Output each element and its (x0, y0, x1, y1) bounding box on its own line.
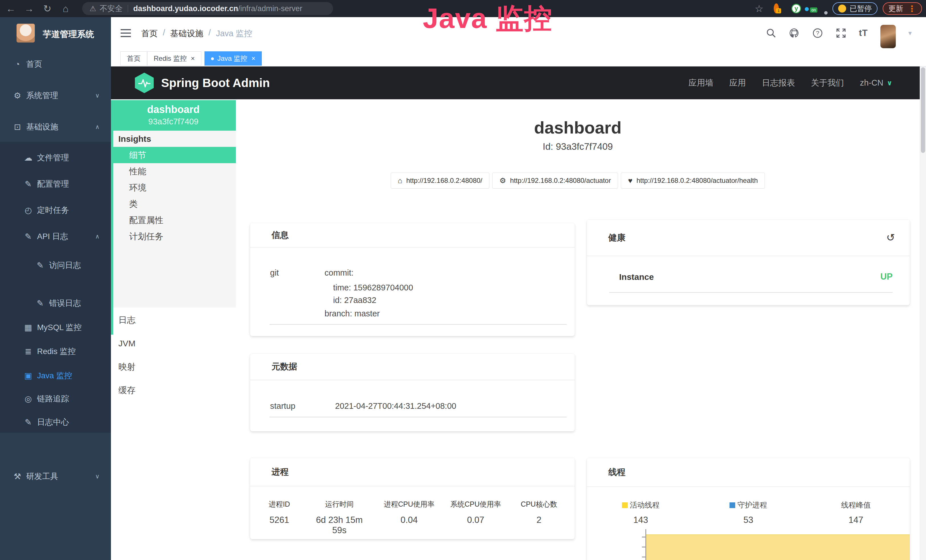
metadata-card-title: 元数据 (250, 354, 575, 380)
sidebar-item-config[interactable]: ✎ 配置管理 (0, 174, 111, 194)
sba-menu-details[interactable]: 细节 (111, 147, 236, 163)
instance-id-label: Id: 93a3fc7f7409 (236, 141, 920, 152)
metadata-startup-label: startup (270, 401, 295, 411)
close-icon[interactable]: × (251, 54, 255, 62)
process-card: 进程 进程ID 运行时间 进程CPU使用率 系统CPU使用率 CPU核心数 52… (250, 458, 575, 539)
java-monitor-icon: ▣ (22, 366, 34, 386)
annotation-text: Java 监控 (408, 0, 567, 38)
metadata-startup-value: 2021-04-27T00:44:31.254+08:00 (335, 401, 456, 411)
sidebar-item-api-logs[interactable]: ✎ API 日志 ∧ (0, 227, 111, 247)
sba-menu-classes[interactable]: 类 (111, 196, 236, 212)
font-size-icon[interactable]: tT (859, 28, 868, 38)
sidebar-item-system[interactable]: ⚙ 系统管理 ∨ (0, 86, 111, 106)
sba-menu-performance[interactable]: 性能 (111, 163, 236, 179)
breadcrumb-separator: / (209, 28, 211, 39)
svg-text:?: ? (816, 30, 819, 36)
tab-java-monitor[interactable]: Java 监控× (204, 51, 262, 66)
sba-menu-config-props[interactable]: 配置属性 (111, 212, 236, 228)
sidebar-item-dev-tools[interactable]: ⚒ 研发工具 ∨ (0, 466, 111, 486)
sidebar-item-redis-monitor[interactable]: ≣ Redis 监控 (0, 342, 111, 362)
sba-menu-jvm[interactable]: JVM (111, 332, 236, 355)
sidebar-item-infra[interactable]: ⊡ 基础设施 ∧ (0, 117, 111, 137)
browser-reload-icon[interactable]: ↻ (41, 3, 54, 14)
breadcrumb-infra[interactable]: 基础设施 (170, 28, 203, 39)
live-threads-area (646, 534, 910, 560)
hamburger-icon[interactable] (121, 29, 131, 37)
sidebar-item-error-logs[interactable]: ✎ 错误日志 (0, 293, 111, 313)
sba-instance-header[interactable]: dashboard 93a3fc7f7409 (111, 100, 236, 131)
health-card-title: 健康 ↺ (587, 219, 910, 256)
gear-icon: ⚙ (11, 86, 23, 106)
scrollbar-thumb[interactable] (921, 67, 925, 153)
sidebar-item-tracing[interactable]: ◎ 链路追踪 (0, 389, 111, 409)
sidebar-item-access-logs[interactable]: ✎ 访问日志 (0, 255, 111, 275)
y-tickmark (642, 537, 645, 537)
tab-home[interactable]: 首页 (120, 51, 147, 66)
search-icon[interactable] (766, 28, 776, 38)
process-column-headers: 进程ID 运行时间 进程CPU使用率 系统CPU使用率 CPU核心数 (250, 499, 575, 509)
sba-content: dashboard Id: 93a3fc7f7409 ⌂ http://192.… (236, 67, 920, 560)
edit-icon: ✎ (22, 174, 34, 194)
sidebar-item-home[interactable]: ◔ 首页 (0, 54, 111, 74)
update-button[interactable]: 更新 ⋮ (883, 2, 922, 15)
sidebar-item-log-center[interactable]: ✎ 日志中心 (0, 412, 111, 432)
screen: ← → ↻ ⌂ ⚠ 不安全 dashboard.yudao.iocoder.cn… (0, 0, 926, 560)
actuator-url-button[interactable]: ⚙ http://192.168.0.2:48080/actuator (492, 173, 618, 189)
monitor-icon: ⊡ (11, 117, 23, 137)
emoji-face-icon (838, 5, 846, 12)
bookmark-star-icon[interactable]: ☆ (755, 3, 763, 14)
divider (609, 292, 893, 293)
sba-menu-caches[interactable]: 缓存 (111, 378, 236, 402)
app-title: 芋道管理系统 (43, 29, 94, 40)
chevron-down-icon: ∨ (95, 86, 100, 106)
threads-legend: 活动线程 守护进程 线程峰值 (587, 500, 910, 510)
user-menu-caret-icon[interactable]: ▾ (908, 29, 912, 37)
sba-menu-environment[interactable]: 环境 (111, 179, 236, 196)
chevron-up-icon: ∧ (95, 117, 100, 137)
layers-icon: ≣ (22, 342, 34, 362)
chevron-down-icon: ∨ (95, 466, 100, 486)
divider (269, 324, 567, 325)
health-url-button[interactable]: ♥ http://192.168.0.2:48080/actuator/heal… (621, 173, 765, 189)
browser-menu-icon[interactable]: ⋮ (908, 4, 916, 14)
help-icon[interactable]: ? (812, 28, 823, 38)
scrollbar[interactable] (920, 67, 926, 560)
github-icon[interactable] (789, 28, 800, 38)
sidebar-item-mysql-monitor[interactable]: ▦ MySQL 监控 (0, 318, 111, 338)
browser-home-icon[interactable]: ⌂ (59, 3, 72, 14)
service-url-button[interactable]: ⌂ http://192.168.0.2:48080/ (391, 173, 490, 189)
health-card: 健康 ↺ Instance UP (587, 219, 910, 305)
browser-forward-icon[interactable]: → (23, 3, 35, 14)
sba-menu-scheduled-tasks[interactable]: 计划任务 (111, 228, 236, 244)
log-icon: ✎ (22, 412, 34, 432)
tab-redis-monitor[interactable]: Redis 监控× (147, 51, 201, 66)
database-icon: ▦ (22, 318, 34, 338)
sidebar-item-files[interactable]: ☁ 文件管理 (0, 148, 111, 168)
sba-menu-logs[interactable]: 日志 (111, 309, 236, 332)
security-label[interactable]: 不安全 (100, 3, 123, 14)
close-icon[interactable]: × (191, 54, 195, 62)
browser-back-icon[interactable]: ← (5, 3, 17, 14)
breadcrumb: 首页 / 基础设施 / Java 监控 (141, 28, 252, 39)
profile-paused-badge[interactable]: 已暂停 (832, 2, 878, 15)
sidebar-item-scheduled-jobs[interactable]: ◴ 定时任务 (0, 200, 111, 220)
threads-chart: 140 120 100 (587, 529, 910, 560)
user-avatar[interactable] (881, 25, 896, 48)
y-tickmark (642, 546, 645, 548)
address-bar[interactable]: ⚠ 不安全 dashboard.yudao.iocoder.cn /infra/… (82, 2, 333, 15)
breadcrumb-home[interactable]: 首页 (141, 28, 158, 39)
info-branch-line: branch: master (325, 309, 380, 318)
sidebar-item-java-monitor[interactable]: ▣ Java 监控 (0, 366, 111, 386)
app-logo (17, 24, 35, 42)
fullscreen-icon[interactable] (835, 28, 846, 38)
daemon-threads-value: 53 (694, 515, 802, 525)
log-icon: ✎ (34, 293, 46, 313)
info-git-label: git (270, 268, 279, 278)
process-cpu-value: 0.04 (370, 515, 448, 536)
browser-actions: ☆ 1 y on 已暂停 更新 ⋮ (755, 2, 922, 15)
extension-orange-icon[interactable]: 1 (774, 6, 779, 11)
history-icon[interactable]: ↺ (887, 232, 895, 244)
extension-y-icon[interactable]: y (791, 4, 801, 14)
sba-menu-mappings[interactable]: 映射 (111, 355, 236, 378)
instance-id: 93a3fc7f7409 (111, 117, 236, 126)
